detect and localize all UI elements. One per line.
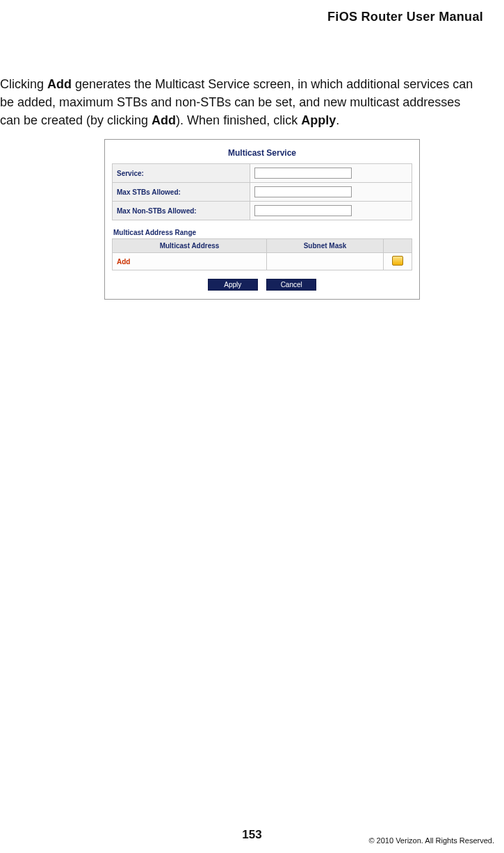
- address-table-add-row: Add: [113, 253, 412, 270]
- body-paragraph: Clicking Add generates the Multicast Ser…: [0, 75, 483, 129]
- body-text-span: .: [336, 113, 339, 127]
- action-icon-cell: [384, 253, 412, 270]
- body-text-bold-add2: Add: [152, 113, 176, 127]
- panel-title: Multicast Service: [112, 148, 412, 158]
- max-nonstb-input[interactable]: [254, 205, 352, 216]
- cancel-button[interactable]: Cancel: [266, 279, 316, 291]
- body-text-span: Clicking: [0, 77, 47, 91]
- row-max-stb: Max STBs Allowed:: [113, 183, 412, 202]
- multicast-fields-table: Service: Max STBs Allowed: Max Non-STBs …: [112, 163, 412, 220]
- section-label-address-range: Multicast Address Range: [113, 229, 412, 236]
- add-link-cell: Add: [113, 253, 267, 270]
- apply-button[interactable]: Apply: [208, 279, 258, 291]
- body-text-bold-apply: Apply: [301, 113, 336, 127]
- max-stb-input[interactable]: [254, 186, 352, 197]
- label-max-stb: Max STBs Allowed:: [113, 183, 250, 202]
- subnet-mask-empty-cell: [267, 253, 384, 270]
- col-header-subnet-mask: Subnet Mask: [267, 239, 384, 253]
- body-text-bold-add1: Add: [47, 77, 72, 91]
- copyright-text: © 2010 Verizon. All Rights Reserved.: [368, 836, 494, 845]
- col-header-action: [384, 239, 412, 253]
- value-service-cell: [250, 164, 412, 183]
- add-address-link[interactable]: Add: [117, 258, 130, 266]
- service-input[interactable]: [254, 168, 352, 179]
- multicast-service-panel: Multicast Service Service: Max STBs Allo…: [104, 139, 420, 300]
- panel-button-row: Apply Cancel: [112, 277, 412, 291]
- row-max-nonstb: Max Non-STBs Allowed:: [113, 202, 412, 220]
- address-range-table: Multicast Address Subnet Mask Add: [112, 238, 412, 270]
- address-table-header-row: Multicast Address Subnet Mask: [113, 239, 412, 253]
- body-text-span: ). When finished, click: [176, 113, 301, 127]
- value-max-stb-cell: [250, 183, 412, 202]
- row-service: Service:: [113, 164, 412, 183]
- col-header-multicast-address: Multicast Address: [113, 239, 267, 253]
- label-service: Service:: [113, 164, 250, 183]
- add-icon[interactable]: [392, 256, 403, 266]
- value-max-nonstb-cell: [250, 202, 412, 220]
- document-header-title: FiOS Router User Manual: [327, 10, 483, 24]
- label-max-nonstb: Max Non-STBs Allowed:: [113, 202, 250, 220]
